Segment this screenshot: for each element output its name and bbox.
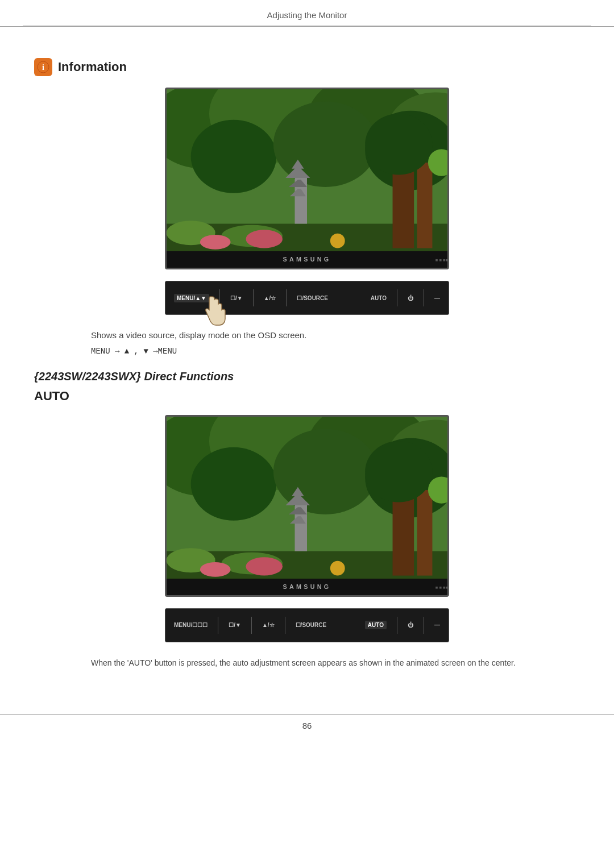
control-bar-2-container: MENU/☐☐☐ ☐/▼ ▲/☆ ☐/SOURCE AUTO ⏻ — bbox=[34, 608, 580, 642]
menu-path: MENU → ▲ , ▼ →MENU bbox=[91, 347, 546, 356]
ctrl-divider2-3 bbox=[285, 617, 285, 634]
svg-point-20 bbox=[246, 230, 283, 248]
svg-point-46 bbox=[200, 562, 231, 576]
svg-point-32 bbox=[191, 447, 277, 520]
svg-text:SAMSUNG: SAMSUNG bbox=[283, 583, 331, 590]
direct-functions-heading: {2243SW/2243SWX} Direct Functions bbox=[34, 370, 580, 383]
ctrl-btn2-2[interactable]: ▲/☆ bbox=[262, 622, 275, 628]
ctrl-divider2-1 bbox=[218, 617, 218, 634]
monitor-image-2-container: SAMSUNG ■ ■ ■■■ ■ ■ bbox=[34, 415, 580, 597]
svg-point-45 bbox=[246, 557, 283, 575]
svg-point-22 bbox=[330, 234, 345, 248]
ctrl-auto-btn-2[interactable]: AUTO bbox=[365, 621, 387, 629]
ctrl-divider2-5 bbox=[424, 617, 424, 634]
ctrl-menu-btn-2[interactable]: MENU/☐☐☐ bbox=[174, 622, 208, 628]
ctrl-divider-3 bbox=[286, 289, 287, 306]
svg-text:SAMSUNG: SAMSUNG bbox=[283, 256, 331, 263]
hand-cursor-icon bbox=[199, 294, 227, 332]
control-bar-1-container: MENU/▲▼ ☐/▼ ▲/☆ ☐/SOURCE AUTO ⏻ — bbox=[34, 281, 580, 315]
monitor-image-1-container: SAMSUNG ■ ■ ■■■ ■ ■ bbox=[34, 88, 580, 269]
description-2: When the 'AUTO' button is pressed, the a… bbox=[91, 657, 546, 669]
hand-svg bbox=[199, 294, 227, 328]
ctrl-minus-btn-1[interactable]: — bbox=[434, 295, 440, 301]
garden-svg-1: SAMSUNG ■ ■ ■■■ ■ ■ bbox=[167, 89, 447, 268]
ctrl-divider2-2 bbox=[251, 617, 252, 634]
control-bar-1-wrapper: MENU/▲▼ ☐/▼ ▲/☆ ☐/SOURCE AUTO ⏻ — bbox=[165, 281, 449, 315]
ctrl-divider-2 bbox=[253, 289, 254, 306]
ctrl-power-btn-1[interactable]: ⏻ bbox=[408, 295, 413, 301]
page-number: 86 bbox=[0, 715, 614, 736]
ctrl-btn2-1[interactable]: ▲/☆ bbox=[264, 295, 276, 301]
info-icon: i bbox=[34, 58, 52, 76]
svg-point-47 bbox=[330, 560, 345, 575]
svg-point-33 bbox=[273, 429, 377, 514]
info-icon-svg: i bbox=[37, 61, 49, 73]
ctrl-btn3-1[interactable]: ☐/SOURCE bbox=[297, 295, 328, 301]
svg-point-44 bbox=[365, 441, 432, 502]
control-bar-2: MENU/☐☐☐ ☐/▼ ▲/☆ ☐/SOURCE AUTO ⏻ — bbox=[165, 608, 449, 642]
ctrl-divider-5 bbox=[424, 289, 424, 306]
ctrl-auto-btn-1[interactable]: AUTO bbox=[371, 295, 387, 301]
svg-text:■ ■ ■■■ ■ ■: ■ ■ ■■■ ■ ■ bbox=[435, 258, 447, 263]
monitor-image-1: SAMSUNG ■ ■ ■■■ ■ ■ bbox=[165, 88, 449, 269]
ctrl-btn2-3[interactable]: ☐/SOURCE bbox=[296, 622, 327, 628]
svg-point-8 bbox=[273, 102, 377, 188]
description-1: Shows a video source, display mode on th… bbox=[91, 329, 546, 342]
page-title: Adjusting the Monitor bbox=[267, 10, 347, 20]
svg-rect-18 bbox=[417, 163, 433, 248]
garden-svg-2: SAMSUNG ■ ■ ■■■ ■ ■ bbox=[167, 417, 447, 595]
page-container: Adjusting the Monitor i Information bbox=[0, 0, 614, 868]
svg-text:i: i bbox=[42, 63, 44, 72]
svg-point-19 bbox=[365, 114, 432, 175]
svg-text:■ ■ ■■■ ■ ■: ■ ■ ■■■ ■ ■ bbox=[435, 585, 447, 590]
header-divider bbox=[0, 26, 614, 27]
ctrl-divider2-4 bbox=[397, 617, 397, 634]
auto-section-heading: AUTO bbox=[34, 389, 580, 404]
main-content: i Information bbox=[0, 41, 614, 709]
ctrl-btn1-1[interactable]: ☐/▼ bbox=[230, 295, 243, 301]
info-section-title: Information bbox=[58, 60, 127, 74]
monitor-image-2: SAMSUNG ■ ■ ■■■ ■ ■ bbox=[165, 415, 449, 597]
info-section-heading: i Information bbox=[34, 58, 580, 76]
page-header: Adjusting the Monitor bbox=[23, 0, 591, 26]
ctrl-minus-btn-2[interactable]: — bbox=[434, 622, 440, 628]
svg-rect-43 bbox=[417, 490, 433, 576]
ctrl-power-btn-2[interactable]: ⏻ bbox=[408, 622, 413, 628]
svg-point-7 bbox=[191, 120, 277, 193]
svg-point-21 bbox=[200, 235, 231, 250]
ctrl-btn2-1[interactable]: ☐/▼ bbox=[229, 622, 241, 628]
ctrl-divider-4 bbox=[397, 289, 397, 306]
